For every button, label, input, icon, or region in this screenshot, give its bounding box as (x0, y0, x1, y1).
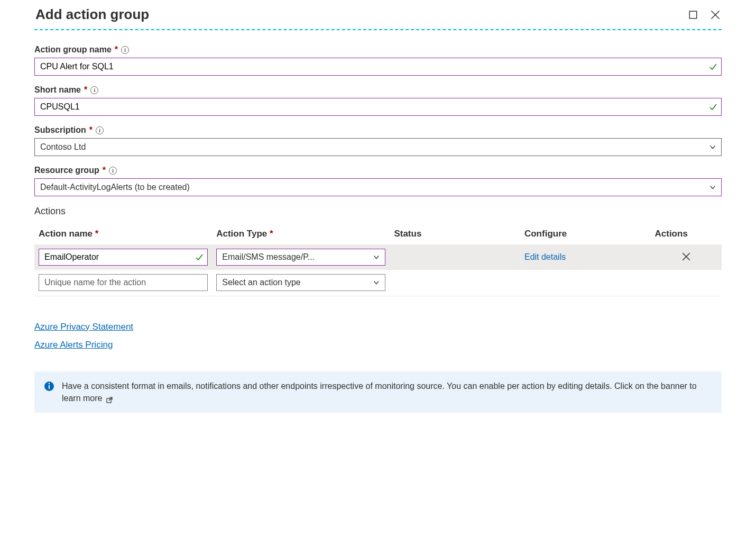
svg-point-7 (49, 383, 50, 384)
page-title: Add action group (35, 6, 688, 23)
info-banner[interactable]: Have a consistent format in emails, noti… (34, 371, 722, 413)
table-row: Select an action type (34, 270, 722, 295)
actions-table: Action name * Action Type * Status Confi… (34, 223, 722, 296)
subscription-label: Subscription * i (34, 125, 722, 135)
new-action-type-select[interactable]: Select an action type (216, 274, 385, 291)
required-marker: * (95, 229, 99, 239)
action-group-name-input[interactable] (34, 58, 722, 76)
info-banner-text: Have a consistent format in emails, noti… (62, 381, 697, 403)
actions-section-title: Actions (34, 206, 722, 217)
required-marker: * (103, 166, 106, 175)
info-icon[interactable]: i (121, 46, 129, 54)
col-header-configure: Configure (520, 223, 651, 244)
resource-group-select[interactable]: Default-ActivityLogAlerts (to be created… (34, 178, 722, 196)
new-action-name-input[interactable] (39, 274, 208, 291)
privacy-link[interactable]: Azure Privacy Statement (34, 322, 722, 332)
check-icon (709, 62, 717, 71)
col-header-status: Status (390, 223, 520, 244)
info-icon[interactable]: i (109, 167, 117, 175)
short-name-input[interactable] (34, 98, 722, 116)
resource-group-label: Resource group * i (34, 166, 722, 175)
required-marker: * (89, 125, 93, 135)
action-type-select[interactable]: Email/SMS message/P... (216, 249, 385, 266)
subscription-select[interactable]: Contoso Ltd (34, 138, 722, 156)
external-link-icon (106, 395, 113, 402)
action-name-input[interactable] (39, 249, 208, 266)
info-icon[interactable]: i (96, 126, 104, 134)
required-marker: * (115, 45, 118, 54)
svg-rect-0 (689, 11, 697, 19)
table-row: Email/SMS message/P... Edit details (34, 244, 722, 270)
divider (34, 29, 722, 30)
pricing-link[interactable]: Azure Alerts Pricing (34, 340, 722, 350)
svg-rect-6 (49, 385, 50, 389)
svg-line-9 (109, 397, 112, 401)
delete-action-button[interactable] (681, 252, 691, 261)
action-group-name-label: Action group name * i (34, 45, 722, 54)
info-icon (44, 381, 54, 392)
col-header-type: Action Type (216, 229, 267, 239)
close-icon[interactable] (710, 10, 721, 20)
check-icon (195, 253, 204, 261)
action-status-cell (390, 244, 520, 270)
check-icon (709, 103, 717, 111)
required-marker: * (270, 229, 273, 239)
edit-details-link[interactable]: Edit details (524, 252, 566, 261)
restore-window-icon[interactable] (688, 10, 698, 20)
col-header-actions: Actions (651, 223, 722, 244)
info-icon[interactable]: i (90, 86, 98, 94)
short-name-label: Short name * i (34, 85, 722, 95)
col-header-name: Action name (39, 229, 93, 239)
required-marker: * (84, 85, 87, 95)
